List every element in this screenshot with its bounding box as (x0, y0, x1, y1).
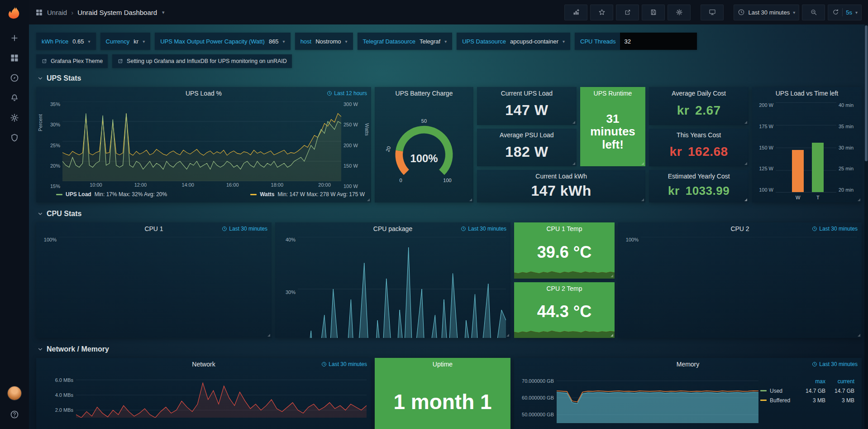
legend-swatch (760, 390, 767, 391)
panel-average-daily-cost: Average Daily Cost kr2.67 (649, 87, 749, 125)
tv-cycle-view-button[interactable] (701, 5, 724, 20)
sidebar-item-server-admin[interactable] (4, 128, 25, 148)
panel-title[interactable]: CPU 2 Temp (546, 285, 582, 292)
variable-currency[interactable]: Currency kr ▾ (100, 33, 151, 50)
dashboards-grid-icon[interactable] (35, 9, 43, 16)
page-scrollbar-track[interactable] (864, 24, 868, 429)
sidebar-item-explore[interactable] (4, 68, 25, 88)
cpu-threads-input[interactable]: 32 (620, 33, 697, 50)
cpu1-chart[interactable] (59, 237, 267, 338)
dashboard-title[interactable]: Unraid System Dashboard (77, 9, 157, 16)
legend-sort-current[interactable]: current (825, 378, 854, 385)
legend-item-watts[interactable]: Watts Min: 147 W Max: 278 W Avg: 175 W (250, 191, 365, 198)
panel-title[interactable]: UPS Load vs Time left (776, 90, 839, 97)
panel-title[interactable]: UPS Load % (186, 90, 222, 97)
gauge-value: 100% (410, 152, 438, 164)
cpu-package-chart[interactable] (298, 237, 506, 338)
panel-ups-battery-charge: UPS Battery Charge 0 20 50 100 100% (375, 87, 473, 202)
panel-time-override-badge: Last 30 minutes (321, 361, 367, 367)
sidebar-item-configuration[interactable] (4, 108, 25, 128)
panel-current-load-kwh: Current Load kWh 147 kWh (477, 170, 645, 202)
user-avatar[interactable] (8, 386, 21, 400)
cpu2-temp-sparkline (514, 326, 615, 338)
stat-value: kr1033.99 (649, 183, 749, 202)
sidebar-item-create[interactable] (4, 28, 25, 48)
refresh-picker[interactable]: 5s ▾ (828, 5, 862, 20)
legend-sort-max[interactable]: max (796, 378, 825, 385)
variable-label: Currency (106, 38, 130, 45)
variable-ups-datasource[interactable]: UPS Datasource apcupsd-container ▾ (457, 33, 570, 50)
add-panel-button[interactable] (564, 5, 587, 20)
panel-uptime: Uptime 1 month 1 (375, 358, 510, 429)
stat-value: 1 month 1 (375, 371, 510, 429)
panel-title[interactable]: UPS Runtime (594, 90, 632, 97)
y-axis-left: 35%30%25%20%15% (43, 101, 62, 189)
link-grafana-plex-theme[interactable]: Grafana Plex Theme (36, 54, 108, 68)
svg-text:0: 0 (399, 178, 402, 183)
breadcrumb-folder[interactable]: Unraid (47, 9, 67, 16)
variable-kwh-price[interactable]: kWh Price 0.65 ▾ (36, 33, 96, 50)
network-chart[interactable] (76, 372, 367, 418)
save-dashboard-button[interactable] (642, 5, 665, 20)
ups-stats-grid: Current UPS Load 147 W UPS Runtime 31 mi… (477, 87, 749, 202)
link-label: Setting up Grafana and InfluxDB for UPS … (127, 58, 287, 64)
y-axis: 100%50%0% (621, 237, 641, 338)
legend-item-ups-load[interactable]: UPS Load Min: 17% Max: 32% Avg: 20% (56, 191, 167, 198)
sidebar-item-alerting[interactable] (4, 88, 25, 108)
bar-watts (792, 150, 804, 192)
page-scrollbar-thumb[interactable] (865, 25, 868, 161)
panel-title[interactable]: Average PSU Load (500, 131, 554, 139)
memory-chart[interactable] (557, 372, 758, 423)
panel-title[interactable]: Estimated Yearly Cost (668, 173, 730, 180)
grafana-logo-icon[interactable] (7, 5, 22, 20)
panel-title[interactable]: Current UPS Load (501, 90, 553, 97)
panel-title[interactable]: Network (192, 361, 215, 368)
dashboard-canvas: kWh Price 0.65 ▾ Currency kr ▾ UPS Max O… (29, 24, 868, 429)
panel-title[interactable]: CPU 1 Temp (546, 225, 582, 232)
legend-swatch (760, 400, 767, 401)
star-dashboard-button[interactable] (590, 5, 613, 20)
sidebar (0, 0, 29, 429)
panel-title[interactable]: UPS Battery Charge (396, 90, 453, 97)
dashboard-picker-caret-icon[interactable]: ▾ (162, 10, 165, 15)
panel-estimated-yearly-cost: Estimated Yearly Cost kr1033.99 (649, 170, 749, 202)
legend-item-used[interactable]: Used 14.7 GB 14.7 GB (760, 386, 854, 395)
dashboard-links-row: Grafana Plex Theme Setting up Grafana an… (36, 54, 862, 68)
caret-down-icon: ▾ (143, 39, 145, 44)
panel-title[interactable]: Average Daily Cost (672, 90, 726, 97)
chart-legend: UPS Load Min: 17% Max: 32% Avg: 20% Watt… (36, 189, 371, 202)
panel-title[interactable]: Uptime (433, 361, 453, 368)
svg-text:20: 20 (385, 145, 391, 153)
panel-title[interactable]: Memory (677, 361, 700, 368)
clock-icon (222, 226, 227, 231)
variable-ups-max-output[interactable]: UPS Max Output Power Capacity (Watt) 865… (155, 33, 290, 50)
section-header-cpu-stats[interactable]: CPU Stats (37, 210, 862, 218)
panel-title[interactable]: CPU 1 (144, 225, 163, 232)
section-header-network-memory[interactable]: Network / Memory (37, 345, 862, 353)
sidebar-item-dashboards[interactable] (4, 48, 25, 68)
time-range-picker[interactable]: Last 30 minutes ▾ (734, 5, 799, 20)
chevron-down-icon (37, 346, 43, 352)
variable-host[interactable]: host Nostromo ▾ (295, 33, 353, 50)
panel-title[interactable]: Current Load kWh (535, 173, 587, 180)
stat-value: 147 W (477, 100, 577, 125)
bar-chart-plot[interactable]: W T (776, 102, 836, 193)
panel-title[interactable]: CPU package (373, 225, 412, 232)
ups-load-chart[interactable] (62, 101, 341, 181)
panel-title[interactable]: CPU 2 (730, 225, 749, 232)
sidebar-item-help[interactable] (4, 405, 25, 424)
ups-stats-row: UPS Load % Last 12 hours Percent Watts 3… (36, 87, 862, 202)
legend-item-buffered[interactable]: Buffered 3 MB 3 MB (760, 395, 854, 405)
share-dashboard-button[interactable] (616, 5, 639, 20)
link-ups-monitoring-guide[interactable]: Setting up Grafana and InfluxDB for UPS … (112, 54, 292, 68)
stat-value: 31 minutes left! (580, 100, 646, 166)
variable-telegraf-datasource[interactable]: Telegraf Datasource Telegraf ▾ (358, 33, 453, 50)
panel-average-psu-load: Average PSU Load 182 W (477, 129, 577, 167)
zoom-out-time-button[interactable] (802, 5, 825, 20)
grafana-app: Unraid › Unraid System Dashboard ▾ (0, 0, 868, 429)
dashboard-settings-button[interactable] (668, 5, 691, 20)
caret-down-icon: ▾ (88, 39, 91, 44)
panel-title[interactable]: This Years Cost (677, 131, 721, 139)
section-header-ups-stats[interactable]: UPS Stats (37, 74, 862, 82)
cpu2-chart[interactable] (641, 237, 857, 338)
